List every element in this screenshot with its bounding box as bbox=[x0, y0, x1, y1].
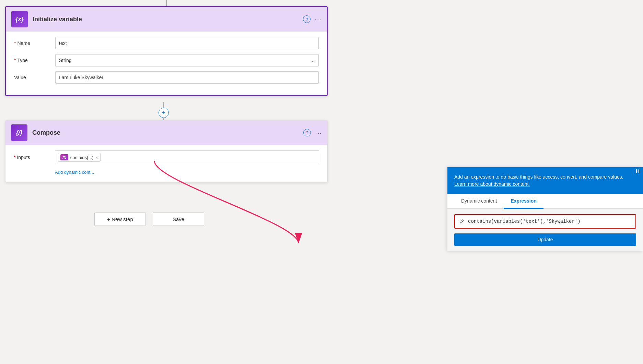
panel-info-text: Add an expression to do basic things lik… bbox=[454, 174, 623, 187]
panel-tabs: Dynamic content Expression bbox=[447, 194, 643, 209]
expression-text: contains(variables('text'),'Skywalker') bbox=[468, 219, 631, 224]
bottom-buttons: + New step Save bbox=[94, 213, 204, 226]
name-label: *Name bbox=[14, 40, 55, 46]
value-label: Value bbox=[14, 75, 55, 80]
init-more-button[interactable]: ··· bbox=[315, 15, 322, 23]
inputs-field[interactable]: fx contains(...) × bbox=[55, 150, 319, 164]
learn-more-link[interactable]: Learn more about dynamic content. bbox=[454, 181, 530, 187]
compose-card-actions: ? ··· bbox=[303, 129, 322, 137]
fx-token[interactable]: fx contains(...) × bbox=[58, 153, 101, 162]
inputs-row: *Inputs fx contains(...) × bbox=[14, 150, 319, 164]
value-row: Value bbox=[14, 71, 319, 84]
compose-card-title: Compose bbox=[32, 129, 303, 136]
init-card-title: Initialize variable bbox=[33, 16, 303, 23]
name-input[interactable] bbox=[55, 37, 319, 49]
tab-dynamic-content[interactable]: Dynamic content bbox=[454, 194, 504, 209]
type-row: *Type String Integer Float Boolean Array… bbox=[14, 54, 319, 66]
update-button[interactable]: Update bbox=[454, 233, 636, 246]
tab-expression[interactable]: Expression bbox=[504, 194, 543, 209]
compose-card-icon: {/} bbox=[11, 124, 27, 141]
compose-card-header: {/} Compose ? ··· bbox=[5, 120, 327, 145]
add-step-button[interactable]: + bbox=[159, 108, 169, 118]
add-dynamic-link[interactable]: Add dynamic cont... bbox=[55, 170, 94, 175]
h-button[interactable]: H bbox=[635, 167, 640, 175]
compose-icon-symbol: {/} bbox=[16, 129, 22, 136]
init-card-header: {x} Initialize variable ? ··· bbox=[6, 7, 327, 32]
connector-line bbox=[166, 0, 167, 6]
init-icon-symbol: {x} bbox=[15, 16, 24, 23]
new-step-button[interactable]: + New step bbox=[94, 213, 146, 226]
panel-body: 𝑓x contains(variables('text'),'Skywalker… bbox=[447, 209, 643, 251]
type-label: *Type bbox=[14, 58, 55, 63]
save-button[interactable]: Save bbox=[153, 213, 204, 226]
type-select[interactable]: String Integer Float Boolean Array Objec… bbox=[55, 54, 319, 66]
canvas: {x} Initialize variable ? ··· *Name *Typ… bbox=[0, 0, 643, 364]
init-card-actions: ? ··· bbox=[303, 15, 322, 23]
value-input[interactable] bbox=[55, 71, 319, 84]
compose-help-button[interactable]: ? bbox=[303, 129, 311, 136]
expression-input-box[interactable]: 𝑓x contains(variables('text'),'Skywalker… bbox=[454, 214, 636, 229]
init-variable-card: {x} Initialize variable ? ··· *Name *Typ… bbox=[5, 6, 328, 96]
name-row: *Name bbox=[14, 37, 319, 49]
connector-line-top bbox=[163, 102, 164, 108]
add-dynamic-row: Add dynamic cont... bbox=[14, 169, 319, 175]
type-select-wrapper: String Integer Float Boolean Array Objec… bbox=[55, 54, 319, 66]
fx-icon: 𝑓x bbox=[460, 218, 464, 225]
inputs-label: *Inputs bbox=[14, 155, 55, 160]
fx-badge: fx bbox=[60, 154, 68, 160]
init-help-button[interactable]: ? bbox=[303, 15, 311, 23]
token-close-button[interactable]: × bbox=[96, 155, 98, 160]
compose-card: {/} Compose ? ··· *Inputs fx contains(..… bbox=[5, 120, 328, 182]
init-card-body: *Name *Type String Integer Float Boolean… bbox=[6, 32, 327, 95]
panel-info: Add an expression to do basic things lik… bbox=[447, 167, 643, 194]
compose-more-button[interactable]: ··· bbox=[315, 129, 322, 137]
token-text: contains(...) bbox=[70, 155, 94, 160]
compose-card-body: *Inputs fx contains(...) × Add dynamic c… bbox=[5, 145, 327, 182]
init-card-icon: {x} bbox=[11, 11, 28, 27]
right-panel: Add an expression to do basic things lik… bbox=[447, 167, 643, 251]
